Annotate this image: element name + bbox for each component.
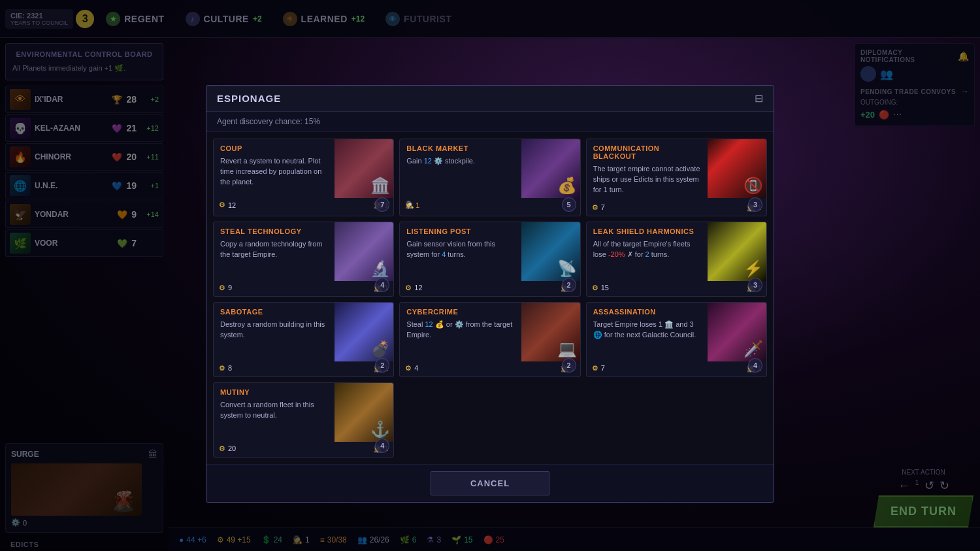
lsh-badge: 3 xyxy=(748,278,762,292)
mission-bm-footer: 🕵 1 xyxy=(400,198,580,213)
cc-badge: 2 xyxy=(562,358,576,373)
mission-st-footer: ⚙ 9 🕵 1 xyxy=(214,281,393,296)
mission-ass-footer: ⚙ 7 🕵 1 xyxy=(587,361,766,376)
mission-bm-info: BLACK MARKET Gain 12 ⚙️ stockpile. xyxy=(400,139,521,198)
mission-bm-img xyxy=(521,139,580,198)
mission-bm-inner: BLACK MARKET Gain 12 ⚙️ stockpile. xyxy=(400,139,580,198)
mission-cc-cost: ⚙ 4 xyxy=(405,364,418,373)
mission-lp-inner: LISTENING POST Gain sensor vision from t… xyxy=(400,222,580,281)
gear-icon: ⚙ xyxy=(219,444,225,453)
mission-cc-info: CYBERCRIME Steal 12 💰 or ⚙️ from the tar… xyxy=(400,303,521,361)
mission-bo-footer: ⚙ 7 🕵 1 xyxy=(587,201,766,216)
mission-ass-title: ASSASSINATION xyxy=(593,308,701,316)
mission-lp-desc: Gain sensor vision from this system for … xyxy=(406,239,514,260)
cancel-button[interactable]: CANCEL xyxy=(431,471,549,495)
mission-lp-info: LISTENING POST Gain sensor vision from t… xyxy=(400,222,521,281)
modal-close-button[interactable]: ⊟ xyxy=(755,92,763,105)
modal-overlay: ESPIONAGE ⊟ Agent discovery chance: 15% … xyxy=(0,0,980,551)
modal-subtitle: Agent discovery chance: 15% xyxy=(206,112,774,132)
mission-mut-footer: ⚙ 20 🕵 1 xyxy=(214,442,393,457)
mission-coup-cost: ⚙ 12 xyxy=(219,201,236,209)
mission-leak[interactable]: LEAK SHIELD HARMONICS All of the target … xyxy=(586,222,767,297)
mut-gear-cost: 20 xyxy=(228,444,236,452)
mission-lsh-footer: ⚙ 15 🕵 1 xyxy=(587,281,766,296)
mission-ass-desc: Target Empire loses 1 🏛️ and 3 🌐 for the… xyxy=(593,320,701,341)
mission-mutiny[interactable]: MUTINY Convert a random fleet in this sy… xyxy=(213,382,394,458)
mission-lp-title: LISTENING POST xyxy=(406,227,514,235)
mission-mut-inner: MUTINY Convert a random fleet in this sy… xyxy=(214,383,393,442)
mission-black-market[interactable]: BLACK MARKET Gain 12 ⚙️ stockpile. 🕵 1 5 xyxy=(399,139,580,216)
mission-listening[interactable]: LISTENING POST Gain sensor vision from t… xyxy=(399,222,580,297)
mission-sab-info: SABOTAGE Destroy a random building in th… xyxy=(214,303,335,361)
mission-bo-desc: The target empire cannot activate ships … xyxy=(593,164,701,195)
mission-ass-inner: ASSASSINATION Target Empire loses 1 🏛️ a… xyxy=(587,303,766,361)
mission-ass-info: ASSASSINATION Target Empire loses 1 🏛️ a… xyxy=(587,303,708,361)
sab-badge: 2 xyxy=(375,358,389,373)
mission-blackout[interactable]: COMMUNICATION BLACKOUT The target empire… xyxy=(586,139,767,216)
mission-sabotage[interactable]: SABOTAGE Destroy a random building in th… xyxy=(213,302,394,377)
st-badge: 4 xyxy=(375,278,389,292)
bm-agents: 1 xyxy=(416,201,419,209)
mission-st-cost: ⚙ 9 xyxy=(219,284,232,292)
espionage-modal: ESPIONAGE ⊟ Agent discovery chance: 15% … xyxy=(206,85,774,503)
mission-coup-footer: ⚙ 12 🕵 1 xyxy=(214,198,393,213)
mission-lsh-info: LEAK SHIELD HARMONICS All of the target … xyxy=(587,222,708,281)
mission-st-desc: Copy a random technology from the target… xyxy=(220,239,328,260)
modal-body: COUP Revert a system to neutral. Plot ti… xyxy=(206,132,774,464)
mission-st-img xyxy=(335,222,393,281)
mission-coup[interactable]: COUP Revert a system to neutral. Plot ti… xyxy=(213,139,394,216)
mission-sab-inner: SABOTAGE Destroy a random building in th… xyxy=(214,303,393,361)
bo-badge: 3 xyxy=(748,197,762,212)
mission-lsh-cost: ⚙ 15 xyxy=(592,284,609,292)
ass-badge: 4 xyxy=(748,358,762,373)
bo-gear-cost: 7 xyxy=(601,203,605,211)
gear-icon: ⚙ xyxy=(592,364,598,373)
mission-bo-inner: COMMUNICATION BLACKOUT The target empire… xyxy=(587,139,766,201)
gear-icon: ⚙ xyxy=(405,364,412,373)
coup-badge: 7 xyxy=(375,197,389,212)
mut-badge: 4 xyxy=(375,439,389,453)
lsh-gear-cost: 15 xyxy=(601,284,609,292)
mission-cc-desc: Steal 12 💰 or ⚙️ from the target Empire. xyxy=(406,320,514,341)
mission-sab-title: SABOTAGE xyxy=(220,308,328,316)
mission-bo-info: COMMUNICATION BLACKOUT The target empire… xyxy=(587,139,708,201)
mission-mut-desc: Convert a random fleet in this system to… xyxy=(220,400,328,421)
mission-assassination[interactable]: ASSASSINATION Target Empire loses 1 🏛️ a… xyxy=(586,302,767,377)
modal-header: ESPIONAGE ⊟ xyxy=(206,86,774,112)
mission-coup-desc: Revert a system to neutral. Plot time in… xyxy=(220,156,328,188)
mission-lp-footer: ⚙ 12 🕵 1 xyxy=(400,281,580,296)
mission-coup-img xyxy=(335,139,393,198)
mission-sab-desc: Destroy a random building in this system… xyxy=(220,320,328,341)
sab-gear-cost: 8 xyxy=(228,364,232,372)
st-gear-cost: 9 xyxy=(228,284,232,292)
mission-mut-title: MUTINY xyxy=(220,388,328,396)
mission-ass-img xyxy=(708,303,766,361)
mission-sab-cost: ⚙ 8 xyxy=(219,364,232,373)
gear-icon: ⚙ xyxy=(592,284,598,292)
lp-badge: 2 xyxy=(562,278,576,292)
mission-sab-footer: ⚙ 8 🕵 1 xyxy=(214,361,393,376)
mission-st-info: STEAL TECHNOLOGY Copy a random technolog… xyxy=(214,222,335,281)
bm-agent-cost: 🕵 1 xyxy=(405,201,419,209)
mission-steal[interactable]: STEAL TECHNOLOGY Copy a random technolog… xyxy=(213,222,394,297)
mission-st-title: STEAL TECHNOLOGY xyxy=(220,227,328,235)
gear-icon: ⚙ xyxy=(219,364,225,373)
mission-bm-title: BLACK MARKET xyxy=(406,144,514,152)
gear-icon: ⚙ xyxy=(219,284,225,292)
mission-mut-info: MUTINY Convert a random fleet in this sy… xyxy=(214,383,335,442)
lp-gear-cost: 12 xyxy=(414,284,422,292)
mission-lsh-title: LEAK SHIELD HARMONICS xyxy=(593,227,701,235)
mission-coup-inner: COUP Revert a system to neutral. Plot ti… xyxy=(214,139,393,198)
gear-icon: ⚙ xyxy=(219,201,225,209)
mission-ass-cost: ⚙ 7 xyxy=(592,364,605,373)
mission-cybercrime[interactable]: CYBERCRIME Steal 12 💰 or ⚙️ from the tar… xyxy=(399,302,580,377)
mission-mut-img xyxy=(335,383,393,442)
mission-lsh-img xyxy=(708,222,766,281)
mission-lsh-desc: All of the target Empire's fleets lose -… xyxy=(593,239,701,260)
cc-gear-cost: 4 xyxy=(414,364,418,372)
modal-title: ESPIONAGE xyxy=(217,93,281,104)
bm-badge: 5 xyxy=(562,197,576,212)
mission-cc-inner: CYBERCRIME Steal 12 💰 or ⚙️ from the tar… xyxy=(400,303,580,361)
mission-cc-footer: ⚙ 4 🕵 1 xyxy=(400,361,580,376)
mission-lp-cost: ⚙ 12 xyxy=(405,284,422,292)
